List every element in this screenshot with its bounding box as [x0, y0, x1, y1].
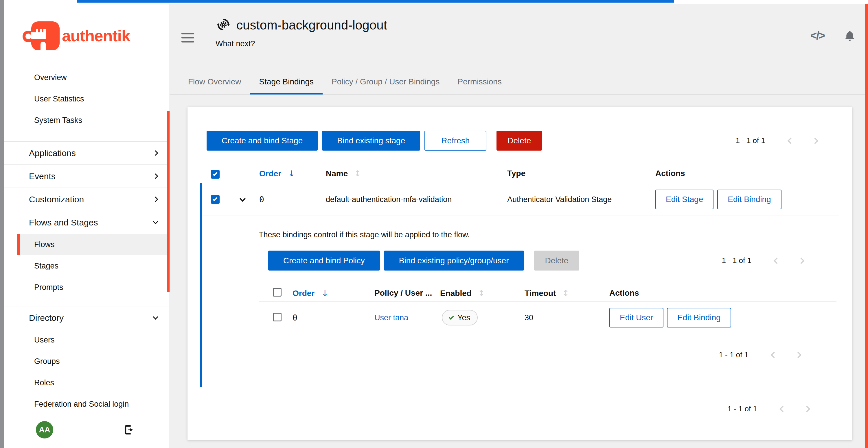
- chevron-down-icon: [153, 219, 158, 224]
- sidebar-item-roles[interactable]: Roles: [4, 372, 169, 393]
- column-label: Order: [292, 289, 314, 298]
- pagination-label: 1 - 1 of 1: [719, 350, 748, 359]
- column-name-sort[interactable]: Name↕: [318, 169, 504, 178]
- pagination-label: 1 - 1 of 1: [722, 256, 751, 265]
- stage-type: Authenticator Validation Stage: [507, 195, 612, 204]
- tab-stage-bindings[interactable]: Stage Bindings: [250, 70, 322, 94]
- api-browser-icon[interactable]: </>: [810, 30, 825, 42]
- edit-binding-button[interactable]: Edit Binding: [717, 189, 781, 209]
- create-and-bind-stage-button[interactable]: Create and bind Stage: [207, 131, 318, 150]
- pagination-next-icon[interactable]: [795, 407, 819, 411]
- sidebar-item-overview[interactable]: Overview: [4, 67, 169, 88]
- column-label: Name: [326, 169, 348, 178]
- avatar[interactable]: AA: [36, 421, 53, 439]
- sidebar-scrollbar-thumb[interactable]: [167, 111, 169, 292]
- pagination-prev-icon[interactable]: [779, 138, 803, 143]
- table-row[interactable]: 0 User tana Yes 30 Edit User: [259, 302, 836, 334]
- user-link[interactable]: User tana: [374, 313, 408, 322]
- window-edge-strip: [0, 0, 4, 448]
- sidebar-user-row: AA: [4, 416, 169, 443]
- expanded-row-content: These bindings control if this stage wil…: [200, 216, 839, 387]
- flow-icon: [217, 18, 230, 32]
- delete-policy-button: Delete: [534, 251, 580, 271]
- column-type: Type: [504, 169, 643, 178]
- sidebar-section-directory[interactable]: Directory: [4, 306, 169, 329]
- order-value: 0: [259, 195, 264, 204]
- delete-button[interactable]: Delete: [496, 131, 542, 150]
- sort-icon: ↕: [478, 288, 485, 298]
- sidebar-section-label: Customization: [29, 195, 84, 204]
- bind-existing-policy-button[interactable]: Bind existing policy/group/user: [384, 251, 524, 271]
- sort-icon: ↕: [562, 288, 569, 298]
- stage-bindings-table: Order↓ Name↕ Type Actions 0 default-auth…: [200, 164, 839, 387]
- main-area: custom-background-logout What next? </> …: [169, 4, 865, 448]
- sidebar-section-applications[interactable]: Applications: [4, 141, 169, 165]
- edit-user-button[interactable]: Edit User: [609, 308, 663, 328]
- logout-icon[interactable]: [124, 424, 136, 435]
- pagination-top: 1 - 1 of 1: [736, 131, 827, 150]
- edit-stage-button[interactable]: Edit Stage: [655, 189, 713, 209]
- tab-policy-group-user-bindings[interactable]: Policy / Group / User Bindings: [322, 70, 449, 94]
- sidebar-section-label: Events: [29, 171, 56, 181]
- page-title: custom-background-logout: [237, 18, 387, 32]
- column-enabled-sort[interactable]: Enabled↕: [435, 288, 519, 298]
- select-all-checkbox[interactable]: [211, 170, 220, 179]
- sidebar-section-flows-and-stages[interactable]: Flows and Stages: [4, 211, 169, 234]
- sidebar-section-label: Flows and Stages: [29, 218, 98, 228]
- window-scrollbar-strip[interactable]: [865, 4, 868, 448]
- tab-label: Flow Overview: [188, 77, 241, 87]
- refresh-button[interactable]: Refresh: [425, 131, 486, 150]
- sidebar-item-users[interactable]: Users: [4, 329, 169, 351]
- pagination-policy-top: 1 - 1 of 1: [722, 251, 813, 271]
- sort-desc-icon: ↓: [321, 288, 328, 298]
- pagination-bottom: 1 - 1 of 1: [727, 399, 819, 419]
- column-label: Enabled: [440, 289, 472, 298]
- chevron-right-icon: [153, 150, 158, 156]
- create-and-bind-policy-button[interactable]: Create and bind Policy: [268, 251, 380, 271]
- stage-bindings-card: Create and bind Stage Bind existing stag…: [187, 107, 852, 440]
- chevron-right-icon: [153, 173, 158, 179]
- sidebar-item-user-statistics[interactable]: User Statistics: [4, 88, 169, 109]
- sidebar-section-customization[interactable]: Customization: [4, 187, 169, 211]
- column-order-sort[interactable]: Order↓: [289, 288, 370, 298]
- pagination-prev-icon[interactable]: [762, 353, 786, 357]
- sidebar-item-prompts[interactable]: Prompts: [4, 277, 169, 298]
- column-timeout-sort[interactable]: Timeout↕: [519, 288, 604, 298]
- table-row[interactable]: 0 default-authentication-mfa-validation …: [200, 183, 839, 216]
- pagination-next-icon[interactable]: [789, 259, 813, 263]
- bind-existing-stage-button[interactable]: Bind existing stage: [322, 131, 420, 150]
- stage-toolbar: Create and bind Stage Bind existing stag…: [207, 131, 542, 150]
- tab-flow-overview[interactable]: Flow Overview: [179, 70, 250, 94]
- row-expander-icon[interactable]: [241, 198, 245, 201]
- sidebar-item-groups[interactable]: Groups: [4, 351, 169, 372]
- sidebar-nav: Overview User Statistics System Tasks Ap…: [4, 67, 169, 415]
- brand-name: authentik: [62, 27, 130, 45]
- top-accent-bar: [77, 0, 674, 3]
- sidebar-item-system-tasks[interactable]: System Tasks: [4, 109, 169, 131]
- sort-icon: ↕: [354, 169, 361, 178]
- column-policy-user: Policy / User ...: [370, 288, 435, 298]
- row-select-checkbox[interactable]: [211, 195, 220, 204]
- expanded-row-indicator: [200, 183, 202, 387]
- sidebar-item-flows[interactable]: Flows: [17, 234, 169, 255]
- pagination-next-icon[interactable]: [803, 138, 827, 143]
- pagination-prev-icon[interactable]: [765, 259, 789, 263]
- tab-bar: Flow Overview Stage Bindings Policy / Gr…: [170, 70, 865, 95]
- column-order-sort[interactable]: Order↓: [255, 169, 318, 178]
- tab-label: Permissions: [458, 77, 501, 87]
- enabled-badge: Yes: [442, 310, 478, 325]
- sidebar-item-federation[interactable]: Federation and Social login: [4, 393, 169, 415]
- notifications-bell-icon[interactable]: [844, 30, 856, 42]
- sidebar-item-stages[interactable]: Stages: [4, 255, 169, 277]
- edit-policy-binding-button[interactable]: Edit Binding: [667, 308, 731, 328]
- menu-toggle-icon[interactable]: [181, 33, 194, 45]
- policy-select-all-checkbox[interactable]: [273, 288, 281, 297]
- sidebar-section-events[interactable]: Events: [4, 165, 169, 187]
- column-label: Timeout: [525, 289, 556, 298]
- tab-permissions[interactable]: Permissions: [448, 70, 510, 94]
- policy-row-checkbox[interactable]: [273, 313, 281, 321]
- pagination-next-icon[interactable]: [786, 353, 810, 357]
- pagination-prev-icon[interactable]: [771, 407, 795, 411]
- policy-bindings-description: These bindings control if this stage wil…: [259, 230, 470, 239]
- column-actions: Actions: [604, 288, 836, 298]
